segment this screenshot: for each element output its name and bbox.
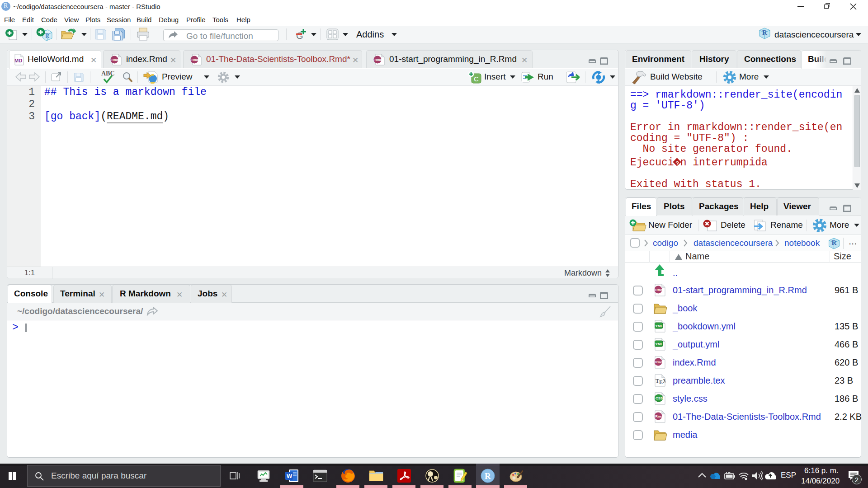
svg-text:R: R (45, 33, 50, 39)
svg-text:W: W (287, 473, 292, 479)
svg-text:MD: MD (14, 58, 22, 63)
svg-text:Rmd: Rmd (112, 58, 119, 62)
svg-text:R: R (485, 471, 491, 481)
svg-text:R: R (762, 29, 767, 36)
svg-text:Rmd: Rmd (375, 58, 382, 62)
svg-text:C: C (474, 75, 479, 83)
svg-text:R: R (832, 239, 837, 246)
svg-text:Rmd: Rmd (192, 58, 199, 62)
